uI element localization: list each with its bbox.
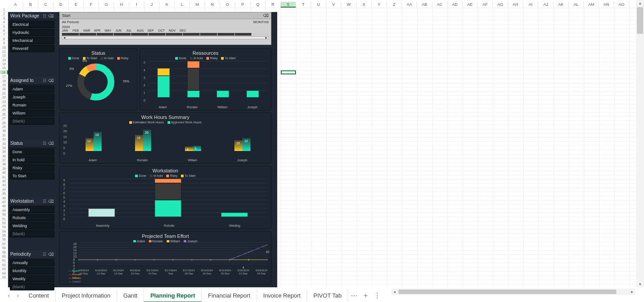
row-header[interactable]: 33 [0, 142, 8, 146]
row-header[interactable]: 42 [0, 179, 8, 183]
row-header[interactable]: 37 [0, 158, 8, 162]
column-header[interactable]: N [205, 2, 220, 8]
scrollbar-thumb[interactable] [637, 7, 643, 34]
row-header[interactable]: 41 [0, 175, 8, 179]
row-header[interactable]: 43 [0, 183, 8, 187]
column-header[interactable]: T [296, 2, 311, 8]
row-header[interactable]: 60 [0, 254, 8, 258]
column-header[interactable]: J [144, 2, 160, 8]
slicer-item[interactable]: Welding [10, 222, 54, 229]
column-header[interactable]: A [8, 2, 23, 8]
row-header[interactable]: 28 [0, 121, 8, 125]
add-sheet-icon[interactable]: ＋ [360, 291, 371, 300]
column-header[interactable]: X [357, 2, 372, 8]
active-cell[interactable] [281, 70, 296, 74]
slicer-workstation[interactable]: Workstation ☷⌫ AssemblyRoboticWelding(bl… [8, 197, 56, 244]
row-header[interactable]: 48 [0, 204, 8, 208]
sheet-tab[interactable]: Planning Report [144, 290, 201, 302]
row-header[interactable]: 25 [0, 108, 8, 112]
timeline-granularity[interactable]: MONTHS [253, 20, 269, 24]
clear-filter-icon[interactable]: ⌫ [263, 13, 269, 18]
scroll-left-icon[interactable]: ◂ [391, 289, 398, 295]
column-header[interactable]: B [23, 2, 38, 8]
column-header[interactable]: D [53, 2, 69, 8]
column-header[interactable]: U [311, 2, 326, 8]
row-header[interactable]: 34 [0, 146, 8, 150]
multiselect-icon[interactable]: ☷ [43, 14, 46, 18]
column-header[interactable]: AE [463, 2, 478, 8]
row-header[interactable]: 2 [0, 12, 8, 16]
column-header[interactable]: H [114, 2, 129, 8]
sheet-tab[interactable]: Content [22, 290, 56, 302]
column-header[interactable]: AG [493, 2, 508, 8]
clear-filter-icon[interactable]: ⌫ [48, 14, 54, 18]
tab-nav-prev[interactable]: ‹ [4, 292, 13, 299]
row-header[interactable]: 29 [0, 125, 8, 129]
slicer-item[interactable]: Assembly [10, 206, 54, 213]
slicer-item[interactable]: Mechanical [10, 37, 54, 44]
row-header[interactable]: 49 [0, 208, 8, 212]
row-header[interactable]: 65 [0, 275, 8, 279]
column-header[interactable]: AC [432, 2, 447, 8]
row-header[interactable]: 27 [0, 116, 8, 120]
row-header[interactable]: 64 [0, 271, 8, 275]
column-header[interactable]: V [326, 2, 341, 8]
column-header[interactable]: AM [584, 2, 599, 8]
row-header[interactable]: 45 [0, 192, 8, 196]
column-header[interactable]: AO [614, 2, 629, 8]
column-header[interactable]: AD [447, 2, 463, 8]
column-header[interactable]: O [220, 2, 235, 8]
row-header[interactable]: 62 [0, 263, 8, 267]
column-header[interactable]: Q [250, 2, 266, 8]
row-header[interactable]: 26 [0, 112, 8, 116]
slicer-item[interactable]: Robotic [10, 214, 54, 221]
slicer-item[interactable]: Monthly [10, 267, 54, 274]
slicer-item[interactable]: Hydraulic [10, 29, 54, 36]
clear-filter-icon[interactable]: ⌫ [48, 252, 54, 257]
row-header[interactable]: 11 [0, 49, 8, 53]
column-header[interactable]: P [235, 2, 250, 8]
row-header[interactable]: 14 [0, 62, 8, 66]
timeline-slicer[interactable]: Start⌫ All PeriodsMONTHS 2024 JANFEBMARA… [59, 12, 271, 45]
column-header[interactable]: AA [402, 2, 417, 8]
column-header[interactable]: S [281, 2, 296, 8]
multiselect-icon[interactable]: ☷ [43, 78, 46, 83]
row-header[interactable]: 57 [0, 242, 8, 246]
row-header[interactable]: 15 [0, 66, 8, 70]
row-header[interactable]: 17 [0, 74, 8, 78]
row-header[interactable]: 30 [0, 129, 8, 133]
tabs-menu-icon[interactable]: ⋮ [371, 291, 383, 299]
sheet-tab[interactable]: Project Information [56, 290, 117, 302]
slicer-item[interactable]: Romain [10, 102, 54, 109]
row-header[interactable]: 52 [0, 221, 8, 225]
column-header[interactable]: C [38, 2, 53, 8]
column-header[interactable]: AL [569, 2, 584, 8]
column-header[interactable]: E [69, 2, 84, 8]
clear-filter-icon[interactable]: ⌫ [48, 141, 54, 146]
row-header[interactable]: 55 [0, 233, 8, 237]
column-header[interactable]: F [84, 2, 99, 8]
sheet-tab[interactable]: Gantt [117, 290, 144, 302]
slicer-item[interactable]: (blank) [10, 230, 54, 237]
row-header[interactable]: 1 [0, 8, 8, 12]
horizontal-scrollbar[interactable]: ◂ ▸ [391, 289, 635, 295]
slicer-status[interactable]: Status ☷⌫ DoneIn holdRiskyTo Start [8, 139, 56, 188]
row-header[interactable]: 16 [0, 70, 8, 74]
row-header[interactable]: 58 [0, 246, 8, 250]
column-header[interactable]: AN [599, 2, 614, 8]
tabs-overflow-icon[interactable]: ⋯ [348, 291, 360, 299]
row-header[interactable]: 7 [0, 33, 8, 37]
row-header[interactable]: 18 [0, 79, 8, 83]
column-header[interactable]: I [129, 2, 144, 8]
column-header[interactable]: AJ [538, 2, 554, 8]
scroll-down-icon[interactable]: ▾ [636, 281, 644, 287]
scroll-right-icon[interactable]: ▸ [629, 289, 635, 295]
column-header[interactable]: M [190, 2, 205, 8]
row-header[interactable]: 50 [0, 212, 8, 216]
row-header[interactable]: 40 [0, 171, 8, 175]
clear-filter-icon[interactable]: ⌫ [48, 78, 54, 83]
row-header[interactable]: 23 [0, 100, 8, 104]
column-header[interactable]: Y [372, 2, 387, 8]
row-header[interactable]: 32 [0, 137, 8, 141]
tab-nav-next[interactable]: › [13, 292, 22, 299]
